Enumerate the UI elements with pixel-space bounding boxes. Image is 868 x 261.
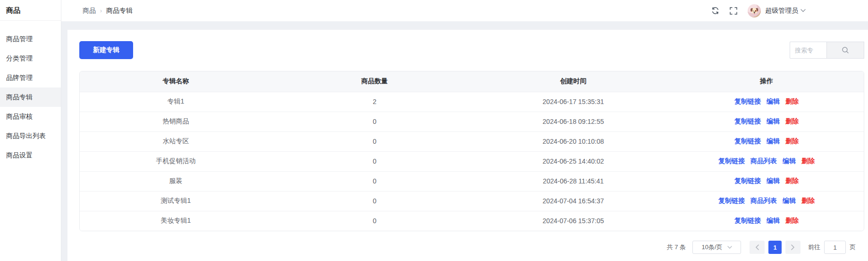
actions-cell: 复制链接编辑删除 xyxy=(669,171,864,191)
album-table-card: 专辑名称 商品数量 创建时间 操作 专辑122024-06-17 15:35:3… xyxy=(79,71,864,231)
delete-action[interactable]: 删除 xyxy=(785,217,799,224)
fullscreen-icon[interactable] xyxy=(730,7,737,15)
sidebar-item-3[interactable]: 商品专辑 xyxy=(0,87,61,107)
delete-action[interactable]: 删除 xyxy=(785,137,799,145)
user-name: 超级管理员 xyxy=(765,7,798,15)
delete-action[interactable]: 删除 xyxy=(785,117,799,125)
copy-link-action[interactable]: 复制链接 xyxy=(734,177,761,184)
created-time-cell: 2024-07-04 16:54:37 xyxy=(477,191,669,211)
table-row: 专辑122024-06-17 15:35:31复制链接编辑删除 xyxy=(80,92,864,112)
sidebar-item-6[interactable]: 商品设置 xyxy=(0,146,61,165)
sidebar-title: 商品 xyxy=(0,0,61,21)
product-count-cell: 0 xyxy=(272,171,477,191)
content-area: 新建专辑 xyxy=(61,21,868,261)
goto-label: 前往 xyxy=(808,243,820,252)
actions-cell: 复制链接商品列表编辑删除 xyxy=(669,151,864,171)
edit-action[interactable]: 编辑 xyxy=(767,177,780,184)
actions-cell: 复制链接编辑删除 xyxy=(669,112,864,131)
product-count-cell: 0 xyxy=(272,112,477,131)
goto-suffix: 页 xyxy=(850,243,856,252)
product-count-cell: 0 xyxy=(272,131,477,151)
sidebar: 商品 商品管理分类管理品牌管理商品专辑商品审核商品导出列表商品设置 xyxy=(0,0,61,261)
actions-cell: 复制链接编辑删除 xyxy=(669,92,864,112)
actions-cell: 复制链接编辑删除 xyxy=(669,131,864,151)
sidebar-item-0[interactable]: 商品管理 xyxy=(0,29,61,49)
breadcrumb-root[interactable]: 商品 xyxy=(83,7,96,15)
sidebar-item-2[interactable]: 品牌管理 xyxy=(0,68,61,87)
product-count-cell: 0 xyxy=(272,191,477,211)
product-count-cell: 2 xyxy=(272,92,477,112)
copy-link-action[interactable]: 复制链接 xyxy=(734,137,761,145)
refresh-icon[interactable] xyxy=(711,7,719,15)
search-button[interactable] xyxy=(826,42,864,59)
delete-action[interactable]: 删除 xyxy=(801,157,815,165)
edit-action[interactable]: 编辑 xyxy=(767,137,780,145)
page-size-value: 10条/页 xyxy=(701,243,722,252)
album-name-cell: 水站专区 xyxy=(80,131,272,151)
user-menu[interactable]: 超级管理员 xyxy=(765,7,806,15)
edit-action[interactable]: 编辑 xyxy=(767,97,780,105)
album-name-cell: 服装 xyxy=(80,171,272,191)
sidebar-menu: 商品管理分类管理品牌管理商品专辑商品审核商品导出列表商品设置 xyxy=(0,21,61,165)
edit-action[interactable]: 编辑 xyxy=(767,117,780,125)
album-name-cell: 手机促销活动 xyxy=(80,151,272,171)
app-screen: 商品 商品管理分类管理品牌管理商品专辑商品审核商品导出列表商品设置 商品 › 商… xyxy=(0,0,868,261)
actions-cell: 复制链接商品列表编辑删除 xyxy=(669,191,864,211)
breadcrumb-separator-icon: › xyxy=(100,8,102,14)
breadcrumb-current: 商品专辑 xyxy=(106,7,133,15)
product-count-cell: 0 xyxy=(272,211,477,231)
created-time-cell: 2024-06-25 14:40:02 xyxy=(477,151,669,171)
edit-action[interactable]: 编辑 xyxy=(767,217,780,224)
table-header-row: 专辑名称 商品数量 创建时间 操作 xyxy=(80,71,864,92)
delete-action[interactable]: 删除 xyxy=(801,197,815,204)
search-input[interactable] xyxy=(790,42,826,59)
pagination: 共 7 条 10条/页 1 前往 xyxy=(79,241,864,254)
next-page-button[interactable] xyxy=(785,241,801,254)
album-name-cell: 热销商品 xyxy=(80,112,272,131)
page-size-select[interactable]: 10条/页 xyxy=(692,241,741,254)
table-row: 服装02024-06-28 11:45:41复制链接编辑删除 xyxy=(80,171,864,191)
copy-link-action[interactable]: 复制链接 xyxy=(718,157,745,165)
chevron-right-icon xyxy=(791,244,795,250)
created-time-cell: 2024-07-06 15:37:05 xyxy=(477,211,669,231)
album-name-cell: 测试专辑1 xyxy=(80,191,272,211)
column-header-actions: 操作 xyxy=(669,71,864,92)
created-time-cell: 2024-06-28 11:45:41 xyxy=(477,171,669,191)
edit-action[interactable]: 编辑 xyxy=(783,157,796,165)
album-name-cell: 专辑1 xyxy=(80,92,272,112)
toolbar: 新建专辑 xyxy=(79,41,864,59)
prev-page-button[interactable] xyxy=(750,241,765,254)
copy-link-action[interactable]: 复制链接 xyxy=(734,117,761,125)
sidebar-item-4[interactable]: 商品审核 xyxy=(0,107,61,126)
chevron-down-icon xyxy=(801,9,806,12)
delete-action[interactable]: 删除 xyxy=(785,177,799,184)
total-count: 共 7 条 xyxy=(667,243,686,252)
product-list-action[interactable]: 商品列表 xyxy=(750,157,777,165)
copy-link-action[interactable]: 复制链接 xyxy=(734,217,761,224)
copy-link-action[interactable]: 复制链接 xyxy=(718,197,745,204)
product-count-cell: 0 xyxy=(272,151,477,171)
created-time-cell: 2024-06-20 10:10:08 xyxy=(477,131,669,151)
copy-link-action[interactable]: 复制链接 xyxy=(734,97,761,105)
sidebar-item-5[interactable]: 商品导出列表 xyxy=(0,126,61,146)
breadcrumb: 商品 › 商品专辑 xyxy=(83,7,133,15)
table-row: 测试专辑102024-07-04 16:54:37复制链接商品列表编辑删除 xyxy=(80,191,864,211)
edit-action[interactable]: 编辑 xyxy=(783,197,796,204)
chevron-left-icon xyxy=(755,244,759,250)
create-album-button[interactable]: 新建专辑 xyxy=(79,41,133,59)
created-time-cell: 2024-06-18 09:12:55 xyxy=(477,112,669,131)
column-header-product-count: 商品数量 xyxy=(272,71,477,92)
page-button-1[interactable]: 1 xyxy=(768,241,782,254)
delete-action[interactable]: 删除 xyxy=(785,97,799,105)
search-icon xyxy=(842,46,849,54)
search-box xyxy=(790,42,864,59)
avatar-emoji: 🐶 xyxy=(750,7,759,15)
product-list-action[interactable]: 商品列表 xyxy=(750,197,777,204)
table-row: 热销商品02024-06-18 09:12:55复制链接编辑删除 xyxy=(80,112,864,131)
table-row: 手机促销活动02024-06-25 14:40:02复制链接商品列表编辑删除 xyxy=(80,151,864,171)
actions-cell: 复制链接编辑删除 xyxy=(669,211,864,231)
goto-page-input[interactable] xyxy=(824,241,846,254)
avatar[interactable]: 🐶 xyxy=(748,4,761,17)
chevron-down-icon xyxy=(727,246,732,249)
sidebar-item-1[interactable]: 分类管理 xyxy=(0,49,61,68)
